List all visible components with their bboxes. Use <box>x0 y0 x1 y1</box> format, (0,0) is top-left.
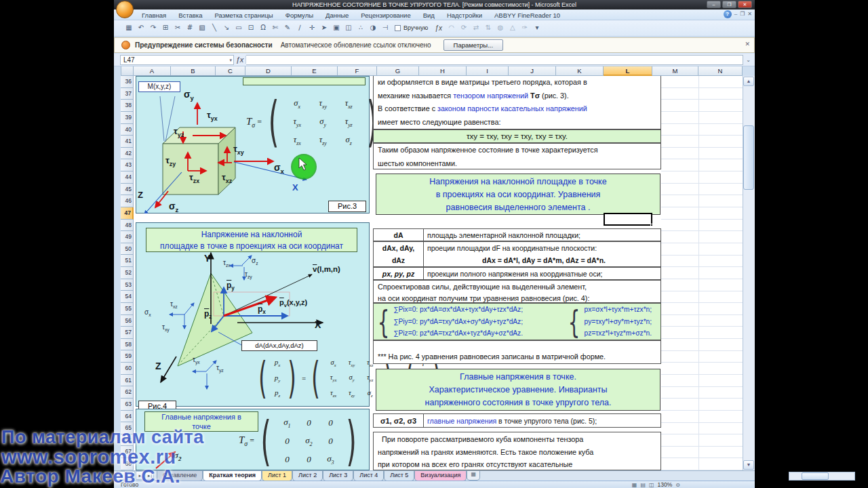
column-header[interactable]: A <box>134 66 171 76</box>
sheet-tab[interactable]: Лист 4 <box>353 471 384 481</box>
row-header[interactable]: 43 <box>121 159 134 171</box>
ribbon-tab[interactable]: Главная <box>137 10 171 20</box>
ribbon-tab[interactable]: Рецензирование <box>356 10 415 20</box>
toolbar-icon[interactable]: ◑ <box>368 22 378 33</box>
row-header[interactable]: 49 <box>121 231 134 243</box>
insert-function-icon[interactable]: ƒx <box>234 56 246 64</box>
row-header[interactable]: 51 <box>121 255 134 267</box>
maximize-button[interactable]: ❐ <box>722 1 736 8</box>
selected-cell-L47[interactable] <box>604 213 652 226</box>
column-header[interactable]: G <box>377 66 419 76</box>
page-break-view-icon[interactable]: ◫ <box>649 482 654 488</box>
row-header[interactable]: 46 <box>121 195 134 207</box>
minimize-button[interactable]: – <box>707 1 721 8</box>
row-header[interactable]: 60 <box>121 363 134 375</box>
horizontal-scroll-thumb[interactable] <box>802 472 829 480</box>
row-header[interactable]: 48 <box>121 220 134 232</box>
row-header[interactable]: 39 <box>121 112 134 124</box>
normal-view-icon[interactable]: ▦ <box>632 482 637 488</box>
toolbar-icon[interactable]: ⊡ <box>245 22 256 33</box>
row-header[interactable]: 62 <box>121 386 134 399</box>
row-header[interactable]: 42 <box>121 148 134 160</box>
row-header[interactable]: 63 <box>121 399 134 411</box>
toolbar-icon[interactable]: ⇅ <box>483 22 494 33</box>
toolbar-icon[interactable]: ╲ <box>209 22 220 33</box>
toolbar-icon[interactable]: ↘ <box>221 22 232 33</box>
security-options-button[interactable]: Параметры... <box>443 39 504 51</box>
toolbar-icon[interactable]: ◫ <box>343 22 354 33</box>
toolbar-icon[interactable]: ⊞ <box>160 22 171 33</box>
row-header[interactable]: 56 <box>121 315 134 327</box>
toolbar-overflow-icon[interactable]: ▾ <box>532 22 542 33</box>
link-principal-stresses[interactable]: главные напряжения <box>427 417 496 425</box>
row-header[interactable]: 53 <box>121 279 134 291</box>
workbook-close-icon[interactable]: ✕ <box>747 10 752 18</box>
office-button[interactable] <box>116 1 134 18</box>
row-header[interactable]: 52 <box>121 267 134 279</box>
ribbon-tab[interactable]: Вид <box>418 10 439 20</box>
column-header[interactable]: M <box>652 66 698 76</box>
toolbar-icon[interactable]: ↷ <box>148 22 159 33</box>
row-header[interactable]: 50 <box>121 243 134 256</box>
row-header[interactable]: 57 <box>121 327 134 339</box>
toolbar-icon[interactable]: ▧ <box>197 22 208 33</box>
column-header[interactable]: C <box>216 66 245 76</box>
ribbon-tab[interactable]: Вставка <box>174 10 207 20</box>
column-header[interactable]: F <box>338 66 377 76</box>
scroll-up-icon[interactable]: ▲ <box>743 77 754 86</box>
row-header[interactable]: 59 <box>121 350 134 363</box>
formula-input[interactable] <box>246 55 743 65</box>
link-stress-tensor[interactable]: тензором напряжений <box>453 92 528 100</box>
workbook-minimize-icon[interactable]: – <box>734 10 737 18</box>
row-header[interactable]: 58 <box>121 339 134 351</box>
column-header[interactable]: K <box>556 66 604 76</box>
toolbar-icon[interactable]: ↶ <box>136 22 146 33</box>
horizontal-scrollbar[interactable] <box>789 472 855 481</box>
toolbar-icon[interactable]: ⇄ <box>471 22 481 33</box>
sheet-tab[interactable]: Визуализация <box>414 471 467 481</box>
toolbar-icon[interactable]: △ <box>507 22 518 33</box>
column-header[interactable]: D <box>245 66 292 76</box>
toolbar-icon[interactable]: ⊣ <box>380 22 391 33</box>
select-all-corner[interactable] <box>121 66 134 76</box>
column-header[interactable]: H <box>419 66 467 76</box>
row-header[interactable]: 54 <box>121 291 134 303</box>
row-header[interactable]: 40 <box>121 124 134 136</box>
vertical-scroll-thumb[interactable] <box>743 125 754 190</box>
workbook-restore-icon[interactable]: ❐ <box>740 10 745 18</box>
column-header[interactable]: N <box>698 66 743 76</box>
toolbar-icon[interactable]: ◍ <box>495 22 506 33</box>
toolbar-icon[interactable]: ▣ <box>331 22 342 33</box>
toolbar-icon[interactable]: ▦ <box>123 22 134 33</box>
toolbar-icon[interactable]: ✄ <box>270 22 281 33</box>
column-header[interactable]: J <box>509 66 556 76</box>
row-header[interactable]: 38 <box>121 100 134 112</box>
toolbar-icon[interactable]: ∴ <box>355 22 366 33</box>
row-header[interactable]: 47 <box>121 207 134 220</box>
toolbar-icon[interactable]: ✛ <box>307 22 317 33</box>
row-header[interactable]: 64 <box>121 411 134 423</box>
page-layout-view-icon[interactable]: ▤ <box>640 482 646 488</box>
row-header[interactable]: 44 <box>121 171 134 184</box>
row-header[interactable]: 37 <box>121 88 134 100</box>
toolbar-icon[interactable]: ◠ <box>446 22 457 33</box>
sheet-tab[interactable]: Лист 1 <box>262 471 292 481</box>
column-header[interactable]: L <box>604 66 652 76</box>
security-close-icon[interactable]: ✕ <box>745 41 750 47</box>
ribbon-tab[interactable]: ABBYY FineReader 10 <box>490 10 565 20</box>
column-header[interactable]: B <box>171 66 216 76</box>
toolbar-icon[interactable]: ➤ <box>319 22 330 33</box>
row-header[interactable]: 61 <box>121 375 134 387</box>
sheet-tab[interactable]: Лист 5 <box>384 471 414 481</box>
toolbar-icon[interactable]: Ω <box>258 22 269 33</box>
sheet-tab[interactable]: Краткая теория <box>203 471 262 481</box>
toolbar-icon[interactable]: # <box>184 22 195 33</box>
zoom-out-icon[interactable]: ⊖ <box>675 482 680 488</box>
row-header[interactable]: 45 <box>121 184 134 196</box>
ribbon-tab[interactable]: Формулы <box>281 10 318 20</box>
row-header[interactable]: 55 <box>121 303 134 315</box>
help-icon[interactable]: ? <box>724 10 732 18</box>
toolbar-icon[interactable]: ∕ <box>294 22 305 33</box>
ribbon-tab[interactable]: Надстройки <box>442 10 487 20</box>
sheet-tab[interactable]: Лист 3 <box>323 471 353 481</box>
